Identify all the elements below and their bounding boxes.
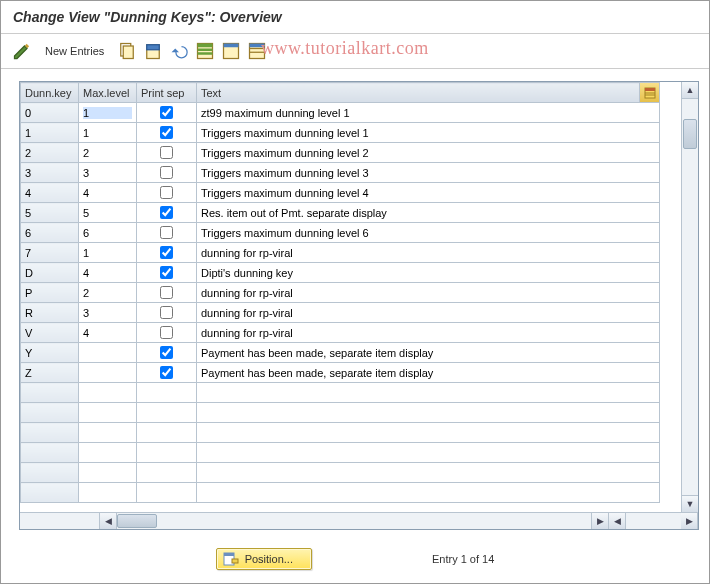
cell-sep[interactable] <box>137 323 197 343</box>
text-input[interactable] <box>201 147 655 159</box>
scroll-thumb[interactable] <box>683 119 697 149</box>
print-sep-checkbox[interactable] <box>160 226 173 239</box>
cell-level[interactable] <box>79 303 137 323</box>
table-row[interactable]: 0 <box>21 103 660 123</box>
text-input[interactable] <box>201 207 655 219</box>
print-sep-checkbox[interactable] <box>160 106 173 119</box>
column-header-sep[interactable]: Print sep <box>137 83 197 103</box>
print-sep-checkbox[interactable] <box>160 266 173 279</box>
cell-text[interactable] <box>197 383 660 403</box>
cell-sep[interactable] <box>137 183 197 203</box>
cell-sep[interactable] <box>137 223 197 243</box>
cell-sep[interactable] <box>137 303 197 323</box>
scroll-down-icon[interactable]: ▼ <box>682 495 698 512</box>
level-input[interactable] <box>83 107 132 119</box>
text-input[interactable] <box>201 247 655 259</box>
table-row-empty[interactable] <box>21 443 660 463</box>
column-header-key[interactable]: Dunn.key <box>21 83 79 103</box>
cell-key[interactable]: R <box>21 303 79 323</box>
cell-key[interactable]: Z <box>21 363 79 383</box>
cell-level[interactable] <box>79 363 137 383</box>
cell-level[interactable] <box>79 383 137 403</box>
cell-level[interactable] <box>79 423 137 443</box>
cell-sep[interactable] <box>137 363 197 383</box>
cell-text[interactable] <box>197 143 660 163</box>
cell-sep[interactable] <box>137 483 197 503</box>
cell-key[interactable] <box>21 443 79 463</box>
cell-text[interactable] <box>197 463 660 483</box>
print-sep-checkbox[interactable] <box>160 326 173 339</box>
cell-key[interactable]: 1 <box>21 123 79 143</box>
table-row[interactable]: 3 <box>21 163 660 183</box>
print-sep-checkbox[interactable] <box>160 186 173 199</box>
cell-level[interactable] <box>79 343 137 363</box>
level-input[interactable] <box>83 327 132 339</box>
cell-key[interactable] <box>21 483 79 503</box>
undo-icon[interactable] <box>168 40 190 62</box>
select-all-icon[interactable] <box>194 40 216 62</box>
cell-key[interactable]: 7 <box>21 243 79 263</box>
text-input[interactable] <box>201 347 655 359</box>
cell-text[interactable] <box>197 283 660 303</box>
cell-text[interactable] <box>197 163 660 183</box>
table-row[interactable]: 4 <box>21 183 660 203</box>
cell-sep[interactable] <box>137 263 197 283</box>
cell-sep[interactable] <box>137 283 197 303</box>
table-row[interactable]: 7 <box>21 243 660 263</box>
print-sep-checkbox[interactable] <box>160 166 173 179</box>
text-input[interactable] <box>201 187 655 199</box>
cell-key[interactable] <box>21 423 79 443</box>
cell-text[interactable] <box>197 403 660 423</box>
level-input[interactable] <box>83 347 132 359</box>
cell-text[interactable] <box>197 423 660 443</box>
text-input[interactable] <box>201 127 655 139</box>
cell-text[interactable] <box>197 323 660 343</box>
cell-level[interactable] <box>79 403 137 423</box>
cell-key[interactable] <box>21 403 79 423</box>
print-sep-checkbox[interactable] <box>160 146 173 159</box>
cell-key[interactable]: 5 <box>21 203 79 223</box>
toggle-icon[interactable] <box>11 40 33 62</box>
print-sep-checkbox[interactable] <box>160 346 173 359</box>
cell-text[interactable] <box>197 203 660 223</box>
horizontal-scrollbar[interactable]: ◀ ▶ ◀ ▶ <box>20 512 698 529</box>
cell-text[interactable] <box>197 363 660 383</box>
delete-icon[interactable] <box>142 40 164 62</box>
cell-sep[interactable] <box>137 123 197 143</box>
level-input[interactable] <box>83 247 132 259</box>
cell-level[interactable] <box>79 223 137 243</box>
table-row-empty[interactable] <box>21 383 660 403</box>
table-row[interactable]: D <box>21 263 660 283</box>
cell-level[interactable] <box>79 123 137 143</box>
cell-key[interactable]: 6 <box>21 223 79 243</box>
cell-level[interactable] <box>79 323 137 343</box>
new-entries-button[interactable]: New Entries <box>37 40 112 62</box>
table-row[interactable]: V <box>21 323 660 343</box>
cell-text[interactable] <box>197 343 660 363</box>
level-input[interactable] <box>83 307 132 319</box>
print-sep-checkbox[interactable] <box>160 126 173 139</box>
level-input[interactable] <box>83 127 132 139</box>
column-header-text[interactable]: Text <box>197 83 660 103</box>
scroll-left-icon[interactable]: ◀ <box>100 513 117 529</box>
cell-level[interactable] <box>79 143 137 163</box>
print-sep-checkbox[interactable] <box>160 206 173 219</box>
cell-text[interactable] <box>197 223 660 243</box>
text-input[interactable] <box>201 327 655 339</box>
cell-text[interactable] <box>197 443 660 463</box>
cell-level[interactable] <box>79 243 137 263</box>
cell-level[interactable] <box>79 263 137 283</box>
cell-level[interactable] <box>79 443 137 463</box>
table-row-empty[interactable] <box>21 463 660 483</box>
print-sep-checkbox[interactable] <box>160 366 173 379</box>
level-input[interactable] <box>83 147 132 159</box>
cell-level[interactable] <box>79 103 137 123</box>
table-row[interactable]: 5 <box>21 203 660 223</box>
cell-sep[interactable] <box>137 203 197 223</box>
text-input[interactable] <box>201 267 655 279</box>
cell-level[interactable] <box>79 283 137 303</box>
column-header-level[interactable]: Max.level <box>79 83 137 103</box>
cell-key[interactable]: P <box>21 283 79 303</box>
text-input[interactable] <box>201 167 655 179</box>
hscroll-track[interactable] <box>117 513 591 529</box>
